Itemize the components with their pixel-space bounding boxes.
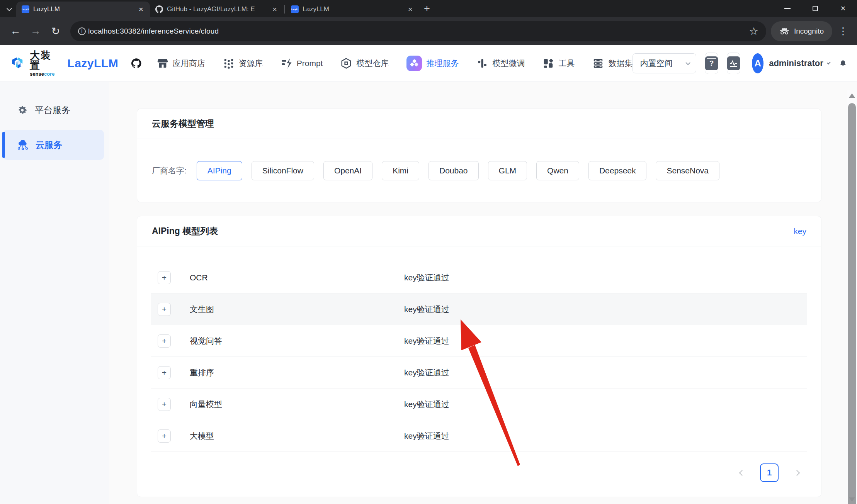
browser-tab-github[interactable]: GitHub - LazyAGI/LazyLLM: E ×: [150, 2, 284, 17]
vendor-button[interactable]: Deepseek: [588, 161, 647, 180]
card-head: AIPing 模型列表 key: [137, 216, 821, 246]
key-status: key验证通过: [404, 399, 449, 410]
question-mark: ?: [709, 59, 714, 68]
page-scrollbar[interactable]: [847, 90, 857, 504]
address-bar[interactable]: i localhost:30382/inferenceService/cloud…: [70, 21, 766, 41]
nav-item-inference-service[interactable]: 推理服务: [406, 56, 459, 71]
incognito-badge: Incognito: [771, 21, 832, 41]
vendor-button[interactable]: OpenAI: [323, 161, 372, 180]
model-list-title: AIPing 模型列表: [152, 225, 218, 237]
notification-bell-icon[interactable]: [839, 57, 847, 70]
reload-button[interactable]: ↻: [46, 21, 66, 41]
dots-grid-icon: [223, 58, 235, 69]
expand-row-button[interactable]: +: [158, 429, 171, 443]
vendor-button[interactable]: Kimi: [382, 161, 419, 180]
tab-close-icon[interactable]: ×: [136, 4, 146, 14]
nav-label: 模型仓库: [356, 58, 389, 69]
nav-item-model-repo[interactable]: 模型仓库: [340, 58, 389, 69]
browser-toolbar: ← → ↻ i localhost:30382/inferenceService…: [0, 17, 857, 45]
nav-label: 应用商店: [173, 58, 205, 69]
github-link-icon[interactable]: [131, 55, 141, 72]
url-text[interactable]: localhost:30382/inferenceService/cloud: [88, 27, 747, 36]
nav-label: Prompt: [297, 59, 323, 68]
table-row[interactable]: + 向量模型 key验证通过: [151, 389, 807, 420]
sidebar-item-label: 云服务: [36, 139, 62, 151]
expand-row-button[interactable]: +: [158, 398, 171, 411]
brand-subtitle: sensecore: [30, 71, 57, 76]
pagination-prev-button[interactable]: [735, 466, 748, 479]
vendor-field-label: 厂商名字:: [152, 165, 187, 176]
brand-text: 大装置 sensecore: [30, 50, 57, 76]
username[interactable]: administrator: [769, 58, 823, 68]
table-row[interactable]: + 重排序 key验证通过: [151, 357, 807, 389]
incognito-icon: [779, 28, 789, 35]
new-tab-button[interactable]: +: [419, 1, 435, 16]
browser-tab-active[interactable]: LazyLLM LazyLLM ×: [16, 2, 150, 17]
vendor-label: SiliconFlow: [262, 166, 303, 175]
nav-item-tools[interactable]: 工具: [542, 58, 575, 69]
model-name: OCR: [190, 273, 404, 282]
monitor-dashboard-button[interactable]: [727, 53, 740, 74]
vendor-button[interactable]: AIPing: [197, 161, 242, 180]
gear-icon: [16, 104, 28, 116]
nav-item-resource-hub[interactable]: 资源库: [223, 58, 263, 69]
tab-title: GitHub - LazyAGI/LazyLLM: E: [167, 5, 266, 13]
pagination-next-button[interactable]: [790, 466, 803, 479]
expand-row-button[interactable]: +: [158, 271, 171, 284]
scroll-down-arrow-icon[interactable]: [849, 497, 855, 502]
workspace-select[interactable]: 内置空间: [633, 53, 696, 73]
user-avatar[interactable]: A: [752, 53, 763, 73]
vendor-button[interactable]: Doubao: [428, 161, 479, 180]
sidebar: 平台服务 云服务: [0, 82, 109, 504]
expand-row-button[interactable]: +: [158, 303, 171, 316]
vendor-button[interactable]: SenseNova: [656, 161, 719, 180]
nav-item-prompt[interactable]: Prompt: [281, 58, 323, 69]
table-row[interactable]: + 文生图 key验证通过: [151, 294, 807, 325]
help-book-icon: ?: [705, 56, 718, 70]
help-docs-button[interactable]: ?: [705, 53, 718, 74]
bookmark-star-icon[interactable]: ☆: [747, 25, 761, 37]
expand-row-button[interactable]: +: [158, 366, 171, 379]
key-status: key验证通过: [404, 367, 449, 378]
browser-menu-button[interactable]: ⋮: [835, 25, 852, 37]
forward-button[interactable]: →: [26, 21, 46, 41]
sidebar-item-platform-services[interactable]: 平台服务: [0, 99, 109, 121]
model-table: + OCR key验证通过 + 文生图 key验证通过 +: [151, 262, 807, 452]
cloud-network-icon: [17, 139, 29, 151]
scroll-up-arrow-icon[interactable]: [849, 93, 855, 98]
table-row[interactable]: + 视觉问答 key验证通过: [151, 325, 807, 357]
window-maximize-button[interactable]: [801, 0, 829, 17]
tab-title: LazyLLM: [303, 5, 401, 13]
expand-row-button[interactable]: +: [158, 334, 171, 348]
back-button[interactable]: ←: [5, 21, 26, 41]
site-info-icon[interactable]: i: [78, 27, 86, 35]
model-list-card: AIPing 模型列表 key + OCR key验证通过 +: [137, 216, 821, 497]
vendor-filter-row: 厂商名字: AIPing SiliconFlow OpenAI Kimi Dou…: [137, 139, 821, 202]
scrollbar-thumb[interactable]: [848, 103, 856, 504]
tab-close-icon[interactable]: ×: [270, 4, 280, 14]
brand-logo[interactable]: 大装置 sensecore LazyLLM: [10, 50, 118, 76]
nav-item-datasets[interactable]: 数据集: [592, 58, 633, 69]
vendor-button[interactable]: GLM: [488, 161, 527, 180]
key-link[interactable]: key: [794, 227, 806, 236]
nav-item-app-store[interactable]: 应用商店: [157, 58, 205, 69]
window-close-button[interactable]: ×: [829, 0, 857, 17]
model-cube-icon: [340, 58, 352, 69]
tab-search-button[interactable]: [2, 2, 16, 15]
table-row[interactable]: + 大模型 key验证通过: [151, 420, 807, 452]
dataset-server-icon: [592, 58, 604, 69]
inference-service-icon: [406, 56, 422, 71]
finetune-icon: [476, 58, 488, 69]
vendor-button[interactable]: Qwen: [536, 161, 579, 180]
workspace-selected-value: 内置空间: [640, 58, 672, 69]
browser-tab-lazyllm-2[interactable]: LazyLLM LazyLLM ×: [286, 2, 419, 17]
sidebar-item-cloud-services[interactable]: 云服务: [3, 130, 104, 160]
vendor-button[interactable]: SiliconFlow: [252, 161, 314, 180]
user-menu-chevron-icon[interactable]: [827, 61, 831, 65]
window-minimize-button[interactable]: [774, 0, 801, 17]
pagination-current-page[interactable]: 1: [760, 463, 779, 482]
tab-close-icon[interactable]: ×: [405, 4, 415, 14]
table-row[interactable]: + OCR key验证通过: [151, 262, 807, 294]
nav-item-model-finetune[interactable]: 模型微调: [476, 58, 525, 69]
brand-name: 大装置: [30, 50, 57, 70]
